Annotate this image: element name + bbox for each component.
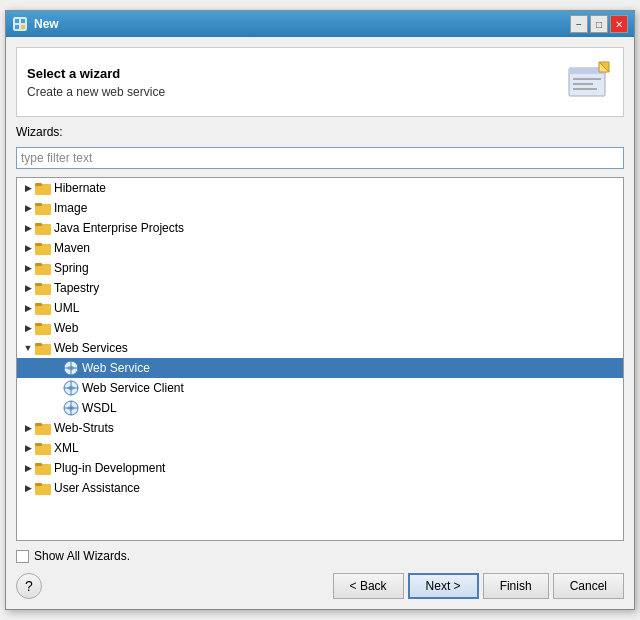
button-row: ? < Back Next > Finish Cancel <box>16 569 624 599</box>
label-maven: Maven <box>54 241 90 255</box>
main-content: Select a wizard Create a new web service… <box>6 37 634 609</box>
button-group: < Back Next > Finish Cancel <box>333 573 624 599</box>
header-section: Select a wizard Create a new web service <box>16 47 624 117</box>
expand-arrow-java-enterprise: ▶ <box>21 221 35 235</box>
web-service-icon <box>63 360 79 376</box>
tree-item-tapestry[interactable]: ▶ Tapestry <box>17 278 623 298</box>
web-service-client-icon <box>63 380 79 396</box>
finish-button[interactable]: Finish <box>483 573 549 599</box>
folder-icon-xml <box>35 441 51 455</box>
svg-rect-7 <box>573 78 601 80</box>
svg-rect-42 <box>35 443 42 446</box>
folder-icon-hibernate <box>35 181 51 195</box>
tree-item-web-service-client[interactable]: Web Service Client <box>17 378 623 398</box>
tree-item-spring[interactable]: ▶ Spring <box>17 258 623 278</box>
label-tapestry: Tapestry <box>54 281 99 295</box>
svg-rect-15 <box>35 203 42 206</box>
folder-icon-uml <box>35 301 51 315</box>
show-all-label: Show All Wizards. <box>34 549 130 563</box>
label-hibernate: Hibernate <box>54 181 106 195</box>
label-wsdl: WSDL <box>82 401 117 415</box>
tree-item-web-struts[interactable]: ▶ Web-Struts <box>17 418 623 438</box>
show-all-row: Show All Wizards. <box>16 549 624 563</box>
expand-arrow-user-assistance: ▶ <box>21 481 35 495</box>
help-button[interactable]: ? <box>16 573 42 599</box>
svg-rect-44 <box>35 463 42 466</box>
back-button[interactable]: < Back <box>333 573 404 599</box>
show-all-checkbox[interactable] <box>16 550 29 563</box>
label-plugin-dev: Plug-in Development <box>54 461 165 475</box>
expand-arrow-plugin-dev: ▶ <box>21 461 35 475</box>
label-web-services: Web Services <box>54 341 128 355</box>
tree-item-xml[interactable]: ▶ XML <box>17 438 623 458</box>
svg-rect-27 <box>35 323 42 326</box>
expand-arrow-maven: ▶ <box>21 241 35 255</box>
tree-item-plugin-dev[interactable]: ▶ Plug-in Development <box>17 458 623 478</box>
svg-rect-25 <box>35 303 42 306</box>
label-image: Image <box>54 201 87 215</box>
title-bar-left: New <box>12 16 59 32</box>
folder-icon-image <box>35 201 51 215</box>
svg-rect-17 <box>35 223 42 226</box>
minimize-button[interactable]: − <box>570 15 588 33</box>
header-wizard-icon <box>565 58 613 106</box>
title-buttons: − □ ✕ <box>570 15 628 33</box>
title-bar: New − □ ✕ <box>6 11 634 37</box>
expand-arrow-uml: ▶ <box>21 301 35 315</box>
svg-rect-40 <box>35 423 42 426</box>
header-subtitle: Create a new web service <box>27 85 165 99</box>
wsdl-icon <box>63 400 79 416</box>
tree-item-wsdl[interactable]: WSDL <box>17 398 623 418</box>
next-button[interactable]: Next > <box>408 573 479 599</box>
folder-icon-web <box>35 321 51 335</box>
folder-icon-tapestry <box>35 281 51 295</box>
expand-arrow-image: ▶ <box>21 201 35 215</box>
expand-arrow-web-services: ▼ <box>21 341 35 355</box>
tree-item-web-service[interactable]: Web Service <box>17 358 623 378</box>
tree-item-hibernate[interactable]: ▶ Hibernate <box>17 178 623 198</box>
cancel-button[interactable]: Cancel <box>553 573 624 599</box>
tree-item-maven[interactable]: ▶ Maven <box>17 238 623 258</box>
window-title: New <box>34 17 59 31</box>
expand-arrow-hibernate: ▶ <box>21 181 35 195</box>
tree-item-image[interactable]: ▶ Image <box>17 198 623 218</box>
label-xml: XML <box>54 441 79 455</box>
folder-icon-user-assistance <box>35 481 51 495</box>
bottom-section: Show All Wizards. ? < Back Next > Finish… <box>16 549 624 599</box>
filter-input[interactable] <box>16 147 624 169</box>
tree-item-java-enterprise[interactable]: ▶ Java Enterprise Projects <box>17 218 623 238</box>
tree-item-web[interactable]: ▶ Web <box>17 318 623 338</box>
svg-rect-21 <box>35 263 42 266</box>
svg-rect-23 <box>35 283 42 286</box>
svg-rect-9 <box>573 88 597 90</box>
svg-rect-19 <box>35 243 42 246</box>
tree-item-user-assistance[interactable]: ▶ User Assistance <box>17 478 623 498</box>
expand-arrow-web-struts: ▶ <box>21 421 35 435</box>
svg-rect-3 <box>15 25 19 29</box>
folder-icon-spring <box>35 261 51 275</box>
svg-rect-2 <box>21 19 25 23</box>
label-web-struts: Web-Struts <box>54 421 114 435</box>
svg-rect-29 <box>35 343 42 346</box>
close-button[interactable]: ✕ <box>610 15 628 33</box>
svg-rect-4 <box>21 25 25 29</box>
expand-arrow-web: ▶ <box>21 321 35 335</box>
label-web: Web <box>54 321 78 335</box>
folder-icon-web-services <box>35 341 51 355</box>
expand-arrow-xml: ▶ <box>21 441 35 455</box>
label-web-service-client: Web Service Client <box>82 381 184 395</box>
svg-rect-1 <box>15 19 19 23</box>
tree-item-web-services[interactable]: ▼ Web Services <box>17 338 623 358</box>
header-text: Select a wizard Create a new web service <box>27 66 165 99</box>
label-uml: UML <box>54 301 79 315</box>
new-wizard-window: New − □ ✕ Select a wizard Create a new w… <box>5 10 635 610</box>
svg-rect-13 <box>35 183 42 186</box>
tree-container[interactable]: ▶ Hibernate ▶ Image ▶ <box>16 177 624 541</box>
label-user-assistance: User Assistance <box>54 481 140 495</box>
label-spring: Spring <box>54 261 89 275</box>
label-web-service: Web Service <box>82 361 150 375</box>
folder-icon-web-struts <box>35 421 51 435</box>
folder-icon-maven <box>35 241 51 255</box>
tree-item-uml[interactable]: ▶ UML <box>17 298 623 318</box>
maximize-button[interactable]: □ <box>590 15 608 33</box>
